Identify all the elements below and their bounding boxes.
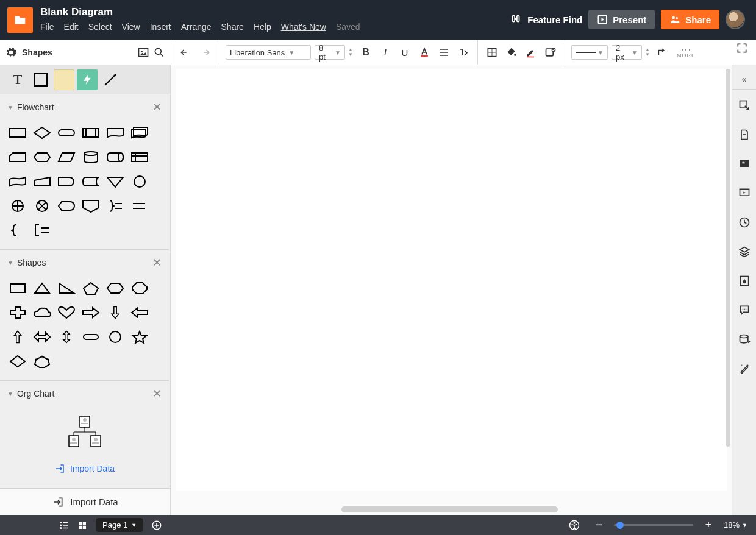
shape-bracket[interactable] [32, 220, 52, 241]
menu-select[interactable]: Select [88, 22, 112, 32]
text-color-button[interactable] [416, 44, 432, 60]
shape-arrow-down[interactable] [105, 302, 126, 323]
quick-note[interactable] [54, 69, 74, 90]
menu-help[interactable]: Help [254, 22, 271, 32]
shape-brace-right[interactable] [105, 196, 126, 216]
rail-slides[interactable] [732, 180, 757, 207]
fill-button[interactable] [504, 44, 519, 60]
spinner-down-icon[interactable]: ▼ [347, 52, 354, 57]
rail-layers[interactable] [732, 238, 757, 265]
redo-button[interactable] [197, 44, 213, 60]
close-icon[interactable]: ✕ [152, 101, 162, 114]
menu-whats-new[interactable]: What's New [281, 22, 326, 32]
shape-merge[interactable] [105, 171, 126, 192]
rail-actions[interactable] [732, 355, 757, 382]
accessibility-button[interactable] [566, 517, 582, 533]
shape-preparation[interactable] [32, 147, 52, 168]
rail-comments[interactable] [732, 297, 757, 324]
shape-manual-input[interactable] [32, 171, 52, 192]
shape-arrow-up[interactable] [7, 327, 28, 347]
shape-triangle[interactable] [32, 278, 52, 299]
quick-text[interactable]: T [7, 69, 28, 90]
text-rotation-button[interactable] [455, 44, 471, 60]
gear-icon[interactable] [5, 46, 17, 58]
linewidth-spinner[interactable]: ▲▼ [644, 48, 651, 57]
shape-internal[interactable] [129, 147, 150, 168]
shape-octagon[interactable] [129, 278, 150, 299]
font-select[interactable]: Liberation Sans▼ [226, 45, 311, 60]
shape-database[interactable] [80, 147, 101, 168]
shape-poly[interactable] [32, 351, 52, 372]
shape-arrow-ud[interactable] [56, 327, 77, 347]
rail-navigator[interactable] [732, 92, 757, 119]
footer-list-button[interactable] [56, 517, 72, 533]
menu-edit[interactable]: Edit [64, 22, 79, 32]
zoom-slider[interactable] [614, 524, 693, 526]
section-flowchart-header[interactable]: ▼ Flowchart ✕ [0, 94, 169, 120]
shape-tape[interactable] [7, 171, 28, 192]
shape-cloud[interactable] [32, 302, 52, 323]
shape-layout-button[interactable] [484, 44, 500, 60]
rail-page[interactable] [732, 121, 757, 148]
app-logo[interactable] [7, 7, 33, 33]
border-color-button[interactable] [523, 44, 539, 60]
line-width-select[interactable]: 2 px▼ [612, 45, 642, 60]
zoom-out-button[interactable]: − [591, 517, 607, 533]
shape-process[interactable] [7, 122, 28, 143]
rail-history[interactable] [732, 209, 757, 236]
shape-stored[interactable] [80, 171, 101, 192]
rail-data[interactable] [732, 326, 757, 353]
shape-note-lines[interactable] [129, 196, 150, 216]
fontsize-spinner[interactable]: ▲▼ [347, 48, 354, 57]
quick-action[interactable] [77, 69, 98, 90]
section-org-header[interactable]: ▼ Org Chart ✕ [0, 381, 169, 406]
shape-brace-left[interactable] [7, 220, 28, 241]
fullscreen-button[interactable] [734, 40, 750, 56]
shape-sum[interactable] [32, 196, 52, 216]
page-tab[interactable]: Page 1▼ [96, 518, 143, 532]
rail-context[interactable]: ❝ [732, 151, 757, 177]
org-import-link[interactable]: Import Data [0, 457, 169, 484]
shape-circle[interactable] [105, 327, 126, 347]
shape-directdata[interactable] [105, 147, 126, 168]
canvas[interactable] [176, 69, 727, 491]
menu-view[interactable]: View [122, 22, 140, 32]
italic-button[interactable]: I [377, 44, 393, 60]
add-page-button[interactable] [149, 517, 165, 533]
section-shapes-header[interactable]: ▼ Shapes ✕ [0, 250, 169, 275]
feature-find-button[interactable]: Feature Find [509, 13, 582, 26]
present-button[interactable]: Present [588, 10, 655, 29]
shape-arrow-lr[interactable] [32, 327, 52, 347]
shape-heart[interactable] [56, 302, 77, 323]
shape-pentagon5[interactable] [80, 278, 101, 299]
document-title[interactable]: Blank Diagram [40, 6, 509, 18]
shape-options-button[interactable] [543, 44, 558, 60]
org-chart-thumb[interactable] [0, 406, 169, 457]
shape-delay[interactable] [56, 171, 77, 192]
insert-image-button[interactable] [137, 46, 150, 59]
shape-offpage[interactable] [80, 196, 101, 216]
spinner-down-icon[interactable]: ▼ [644, 52, 651, 57]
shape-decision[interactable] [32, 122, 52, 143]
shapes-scroll[interactable]: ▼ Flowchart ✕ [0, 94, 170, 488]
shape-hexagon[interactable] [105, 278, 126, 299]
underline-button[interactable]: U [397, 44, 413, 60]
import-data-bar[interactable]: Import Data [0, 488, 170, 515]
close-icon[interactable]: ✕ [152, 256, 162, 269]
more-button[interactable]: ⋯ MORE [677, 46, 696, 58]
shape-rect[interactable] [7, 278, 28, 299]
menu-share[interactable]: Share [221, 22, 244, 32]
rail-theme[interactable] [732, 268, 757, 294]
fontsize-select[interactable]: 8 pt▼ [315, 45, 345, 60]
shape-cross[interactable] [7, 302, 28, 323]
shape-terminator[interactable] [56, 122, 77, 143]
shape-card[interactable] [7, 147, 28, 168]
user-avatar[interactable] [726, 10, 745, 29]
align-button[interactable] [436, 44, 452, 60]
zoom-in-button[interactable]: + [701, 517, 716, 533]
shape-star[interactable] [129, 327, 150, 347]
shape-predefined[interactable] [80, 122, 101, 143]
line-routing-button[interactable] [655, 44, 671, 60]
footer-grid-button[interactable] [74, 517, 90, 533]
shape-arrow-left[interactable] [129, 302, 150, 323]
